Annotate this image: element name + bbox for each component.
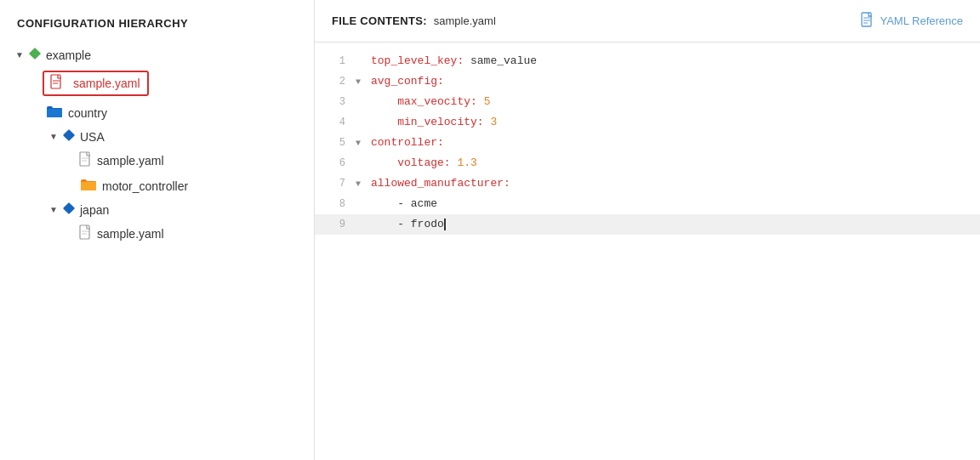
panel-title: CONFIGURATION HIERARCHY	[0, 17, 314, 43]
line-number-9: 9	[322, 216, 345, 233]
tree-item-country[interactable]: ▼ country	[0, 100, 314, 125]
line-number-7: 7	[322, 175, 345, 192]
svg-rect-9	[80, 225, 89, 239]
line-arrow-2: ▼	[356, 75, 369, 89]
tree-item-sample-yaml-japan[interactable]: sample.yaml	[0, 221, 314, 247]
tree-item-motor-controller[interactable]: motor_controller	[0, 173, 314, 198]
diamond-icon-japan	[63, 202, 75, 217]
tree-label-usa: USA	[80, 130, 105, 144]
tree-item-usa[interactable]: ▼ USA	[0, 125, 314, 148]
tree-label-country: country	[68, 106, 107, 120]
tree-item-example[interactable]: ▼ example	[0, 43, 314, 66]
code-line-9: 9 - frodo	[315, 214, 980, 235]
file-header-filename: sample.yaml	[434, 14, 496, 27]
text-cursor	[444, 219, 446, 230]
code-line-6: 6 voltage: 1.3	[315, 153, 980, 173]
tree-label-motor-controller: motor_controller	[102, 179, 188, 193]
file-icon-usa	[80, 152, 92, 169]
tree-label-example: example	[46, 48, 91, 62]
file-icon-red	[51, 75, 63, 92]
line-content-7: allowed_manufacturer:	[371, 174, 973, 193]
code-line-7: 7▼allowed_manufacturer:	[315, 173, 980, 194]
line-number-1: 1	[322, 53, 345, 70]
line-arrow-5: ▼	[356, 136, 369, 150]
svg-rect-5	[80, 152, 89, 166]
line-number-6: 6	[322, 155, 345, 172]
tree-label-sample-yaml-japan: sample.yaml	[97, 227, 164, 241]
line-content-5: controller:	[371, 133, 973, 152]
file-header-prefix: FILE CONTENTS:	[332, 14, 427, 27]
chevron-usa: ▼	[48, 131, 60, 143]
folder-icon-country	[46, 105, 63, 121]
line-number-8: 8	[322, 196, 345, 213]
code-line-8: 8 - acme	[315, 194, 980, 214]
tree-label-japan: japan	[80, 203, 109, 217]
line-arrow-7: ▼	[356, 177, 369, 191]
svg-rect-1	[51, 75, 60, 88]
tree-item-sample-yaml-usa[interactable]: sample.yaml	[0, 148, 314, 173]
line-number-4: 4	[322, 114, 345, 131]
diamond-icon-usa	[63, 129, 75, 144]
code-line-1: 1top_level_key: same_value	[315, 51, 980, 71]
yaml-ref-label: YAML Reference	[880, 14, 963, 27]
line-content-4: min_velocity: 3	[371, 113, 973, 132]
line-content-1: top_level_key: same_value	[371, 52, 973, 71]
line-content-3: max_veocity: 5	[371, 93, 973, 111]
diamond-icon-example	[29, 48, 41, 62]
yaml-reference-link[interactable]: YAML Reference	[861, 12, 963, 30]
config-tree: ▼ example sample.yaml	[0, 43, 314, 247]
code-line-3: 3 max_veocity: 5	[315, 92, 980, 112]
selected-file-wrapper[interactable]: sample.yaml	[43, 71, 149, 96]
tree-label-sample-yaml-usa: sample.yaml	[97, 154, 164, 168]
line-number-5: 5	[322, 134, 345, 151]
line-content-9: - frodo	[371, 215, 973, 234]
line-content-2: avg_config:	[371, 72, 973, 91]
file-icon-japan	[80, 225, 92, 242]
tree-item-japan[interactable]: ▼ japan	[0, 198, 314, 221]
file-header: FILE CONTENTS: sample.yaml YAML Referenc…	[315, 0, 980, 43]
document-icon	[861, 12, 875, 30]
folder-icon-motor	[80, 178, 97, 194]
tree-label-sample-yaml-root: sample.yaml	[73, 77, 140, 90]
line-number-2: 2	[322, 73, 345, 90]
code-line-5: 5▼controller:	[315, 133, 980, 153]
line-content-8: - acme	[371, 195, 973, 213]
line-number-3: 3	[322, 94, 345, 111]
tree-item-sample-yaml-root[interactable]: sample.yaml	[0, 66, 314, 100]
svg-rect-4	[63, 129, 75, 141]
left-panel: CONFIGURATION HIERARCHY ▼ example	[0, 0, 315, 460]
line-content-6: voltage: 1.3	[371, 154, 973, 173]
chevron-example: ▼	[14, 49, 26, 61]
chevron-japan: ▼	[48, 204, 60, 216]
code-editor[interactable]: 1top_level_key: same_value2▼avg_config:3…	[315, 43, 980, 460]
svg-rect-0	[29, 48, 41, 60]
code-line-2: 2▼avg_config:	[315, 71, 980, 92]
svg-rect-8	[63, 202, 75, 214]
code-line-4: 4 min_velocity: 3	[315, 112, 980, 133]
svg-rect-12	[862, 13, 871, 26]
right-panel: FILE CONTENTS: sample.yaml YAML Referenc…	[315, 0, 980, 460]
